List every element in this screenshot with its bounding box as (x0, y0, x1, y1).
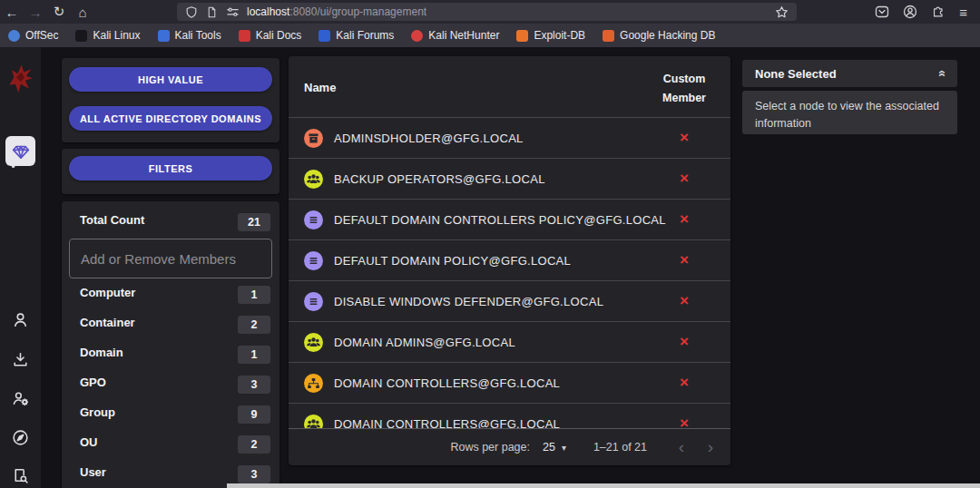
table-row[interactable]: DEFAULT DOMAIN CONTROLLERS POLICY@GFG.LO… (289, 199, 730, 239)
account-icon[interactable] (903, 5, 917, 19)
not-custom-member-icon: × (673, 250, 695, 270)
member-name: ADMINSDHOLDER@GFG.LOCAL (334, 132, 524, 145)
table-row[interactable]: DOMAIN CONTROLLERS@GFG.LOCAL × (289, 403, 730, 428)
rows-per-page-select[interactable]: 25 ▾ (543, 441, 566, 454)
node-type-icon (304, 170, 323, 189)
bookmark-kali-nethunter[interactable]: Kali NetHunter (411, 29, 499, 42)
browser-toolbar: ← → ↻ ⌂ localhost:8080/ui/group-manageme… (0, 0, 980, 24)
counts-card: Total Count 21 Computer 1 Container 2 Do… (62, 201, 279, 488)
pocket-icon[interactable] (875, 5, 889, 19)
google-hacking-db-favicon (603, 30, 614, 42)
bookmark-kali-docs[interactable]: Kali Docs (239, 29, 302, 42)
count-badge: 1 (238, 346, 270, 364)
table-pagination: Rows per page: 25 ▾ 1–21 of 21 ‹ › (289, 428, 730, 465)
total-count-label: Total Count (80, 213, 144, 227)
horizontal-scrollbar[interactable] (227, 483, 980, 488)
count-row-gpo: GPO 3 (62, 376, 279, 394)
shield-icon (185, 5, 198, 19)
table-row[interactable]: ADMINSDHOLDER@GFG.LOCAL × (289, 117, 730, 158)
administration-person-gear-icon[interactable] (11, 389, 30, 408)
compass-icon[interactable] (11, 428, 30, 447)
bookmark-label: Kali NetHunter (428, 29, 499, 42)
file-search-icon[interactable] (11, 466, 30, 485)
rows-per-page-label: Rows per page: (450, 441, 530, 454)
forward-icon[interactable]: → (24, 5, 47, 20)
group-management-tab[interactable] (5, 136, 35, 166)
count-row-domain: Domain 1 (62, 346, 279, 364)
total-count-badge: 21 (238, 213, 270, 231)
collapse-double-chevron-icon[interactable]: « (936, 70, 950, 77)
count-label: Group (80, 405, 115, 419)
kali-nethunter-favicon (411, 30, 423, 42)
node-type-icon (304, 210, 323, 229)
table-rows-region: ADMINSDHOLDER@GFG.LOCAL × BACKUP OPERATO… (289, 117, 730, 428)
count-row-computer: Computer 1 (62, 286, 279, 304)
not-custom-member-icon: × (673, 291, 695, 311)
kali-tools-favicon (158, 30, 170, 42)
rows-per-page-value: 25 (543, 441, 555, 454)
column-header-custom-member: Custom Member (652, 70, 717, 107)
bookmark-label: Kali Linux (93, 29, 140, 42)
bookmark-kali-forums[interactable]: Kali Forums (318, 29, 394, 42)
high-value-button[interactable]: HIGH VALUE (69, 67, 272, 92)
not-custom-member-icon: × (673, 210, 695, 229)
count-label: Container (80, 316, 135, 329)
filters-button[interactable]: FILTERS (69, 156, 272, 181)
selection-panel-header[interactable]: None Selected « (742, 60, 957, 87)
node-type-icon (304, 129, 323, 148)
count-badge: 3 (238, 376, 270, 394)
count-badge: 9 (238, 405, 270, 424)
caret-down-icon: ▾ (562, 443, 566, 453)
table-row[interactable]: BACKUP OPERATORS@GFG.LOCAL × (289, 158, 730, 199)
hamburger-menu-icon[interactable]: ≡ (959, 5, 967, 20)
node-type-icon (304, 374, 323, 393)
count-badge: 2 (238, 435, 270, 454)
home-icon[interactable]: ⌂ (71, 5, 94, 20)
bookmark-label: Kali Docs (256, 29, 302, 42)
count-label: OU (80, 435, 98, 449)
member-name: BACKUP OPERATORS@GFG.LOCAL (334, 172, 545, 186)
permissions-icon (226, 5, 240, 19)
count-row-ou: OU 2 (62, 435, 279, 454)
extensions-puzzle-icon[interactable] (931, 5, 946, 19)
url-bar[interactable]: localhost:8080/ui/group-management (177, 3, 797, 21)
download-icon[interactable] (11, 350, 30, 369)
node-type-icon (304, 251, 323, 270)
next-page-icon[interactable]: › (700, 437, 721, 457)
filters-card: FILTERS (62, 149, 279, 194)
person-icon[interactable] (11, 310, 30, 329)
member-name: DOMAIN CONTROLLERS@GFG.LOCAL (334, 417, 560, 428)
table-row[interactable]: DOMAIN ADMINS@GFG.LOCAL × (289, 321, 730, 362)
node-type-icon (304, 333, 323, 352)
members-table: Name Custom Member ADMINSDHOLDER@GFG.LOC… (289, 56, 730, 465)
bookmark-kali-linux[interactable]: Kali Linux (75, 29, 140, 42)
bookmark-exploit-db[interactable]: Exploit-DB (516, 29, 585, 42)
page-icon (206, 5, 218, 19)
bookmark-offsec[interactable]: OffSec (8, 29, 58, 42)
not-custom-member-icon: × (673, 169, 695, 189)
back-icon[interactable]: ← (0, 5, 24, 20)
reload-icon[interactable]: ↻ (47, 4, 71, 20)
pagination-range-label: 1–21 of 21 (593, 441, 647, 454)
not-custom-member-icon: × (673, 128, 695, 148)
count-row-container: Container 2 (62, 316, 279, 334)
bookmark-label: OffSec (25, 29, 58, 42)
bloodhound-logo[interactable] (6, 62, 34, 96)
url-text: localhost:8080/ui/group-management (247, 5, 426, 18)
add-remove-members-input[interactable] (69, 239, 272, 278)
bookmark-label: Kali Forums (336, 29, 394, 42)
not-custom-member-icon: × (673, 373, 695, 393)
bookmark-star-icon[interactable] (775, 5, 789, 19)
count-label: User (80, 465, 106, 479)
bookmark-kali-tools[interactable]: Kali Tools (158, 29, 221, 42)
member-name: DEFAULT DOMAIN CONTROLLERS POLICY@GFG.LO… (334, 213, 666, 227)
table-row[interactable]: DISABLE WINDOWS DEFENDER@GFG.LOCAL × (289, 280, 730, 321)
bookmark-google-hacking-db[interactable]: Google Hacking DB (603, 29, 715, 42)
table-row[interactable]: DEFAULT DOMAIN POLICY@GFG.LOCAL × (289, 239, 730, 280)
all-active-directory-domains-button[interactable]: ALL ACTIVE DIRECTORY DOMAINS (69, 106, 272, 131)
previous-page-icon[interactable]: ‹ (671, 437, 692, 457)
count-badge: 1 (238, 286, 270, 304)
member-name: DOMAIN ADMINS@GFG.LOCAL (334, 336, 515, 349)
table-row[interactable]: DOMAIN CONTROLLERS@GFG.LOCAL × (289, 362, 730, 403)
kali-docs-favicon (239, 30, 250, 42)
